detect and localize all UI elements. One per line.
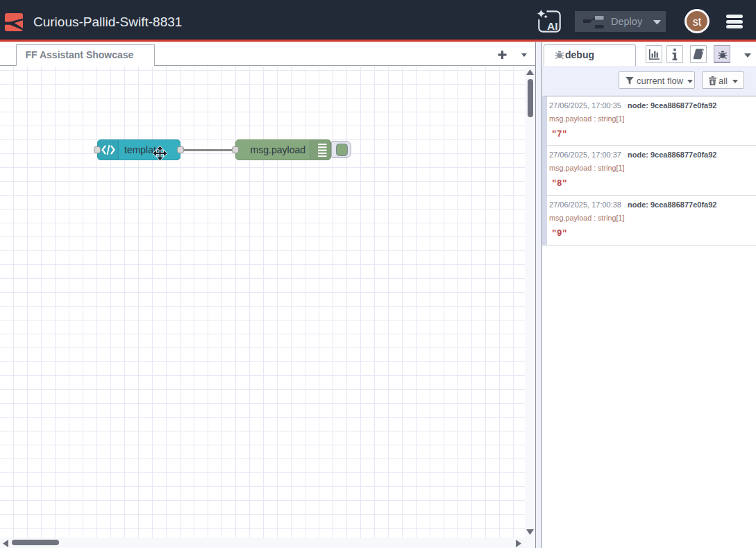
svg-text:AI: AI xyxy=(547,20,558,32)
